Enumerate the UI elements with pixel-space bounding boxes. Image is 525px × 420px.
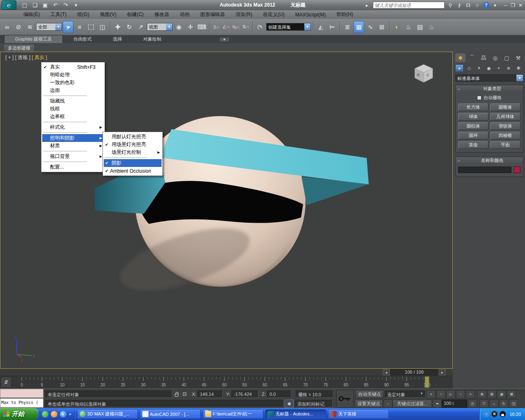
auto-key-button[interactable]: 自动关键点: [356, 390, 383, 398]
context-menu-item[interactable]: [42, 94, 104, 97]
mirror-icon[interactable]: [315, 21, 326, 33]
systems-category-icon[interactable]: [514, 64, 523, 72]
new-file-icon[interactable]: [21, 2, 29, 9]
context-menu-item[interactable]: 边面: [42, 87, 104, 94]
viewport-menu-plus[interactable]: [ + ]: [5, 55, 14, 60]
submenu-item[interactable]: 阴影: [104, 159, 162, 167]
tray-qq-penguin-icon[interactable]: [500, 411, 506, 417]
context-menu-item[interactable]: 线框: [42, 105, 104, 113]
spinner-snap-toggle-icon[interactable]: [241, 21, 250, 33]
start-button[interactable]: 开始: [0, 408, 39, 420]
ribbon-tab[interactable]: 自由形式: [63, 35, 102, 43]
search-icon[interactable]: [447, 2, 454, 8]
select-and-rotate-icon[interactable]: [124, 21, 135, 33]
rendered-frame-window-icon[interactable]: [415, 21, 425, 33]
polygon-modeling-panel-tab[interactable]: 多边形建模: [3, 44, 35, 52]
context-menu-item[interactable]: 边界框: [42, 113, 104, 121]
communication-center-icon[interactable]: [465, 2, 472, 8]
context-menu-item[interactable]: 样式化: [42, 123, 104, 131]
field-of-view-icon[interactable]: [479, 399, 488, 408]
ribbon-minimize-dropdown-icon[interactable]: [219, 37, 230, 42]
primitive-button[interactable]: 圆锥体: [490, 103, 520, 111]
orbit-view-icon[interactable]: [499, 399, 508, 408]
track-bar[interactable]: 0510152025303540455055606570758085909510…: [0, 376, 453, 388]
render-setup-icon[interactable]: [403, 21, 414, 33]
utilities-tab-icon[interactable]: [513, 53, 523, 62]
primitive-button[interactable]: 圆环: [458, 132, 488, 139]
context-menu-item[interactable]: [42, 131, 104, 134]
time-configuration-icon[interactable]: [468, 399, 477, 408]
select-and-link-icon[interactable]: [2, 21, 12, 33]
taskbar-task-button[interactable]: 3D MAX 建模问题_...: [77, 409, 138, 419]
absolute-offset-toggle-icon[interactable]: [180, 390, 189, 398]
menu-item[interactable]: 修改器: [149, 10, 174, 19]
next-frame-button[interactable]: [456, 390, 465, 398]
tray-k-app-icon[interactable]: K: [491, 411, 498, 417]
previous-frame-button[interactable]: [436, 390, 445, 398]
search-input[interactable]: [373, 2, 445, 9]
quick-launch-browser-icon[interactable]: [42, 411, 48, 418]
window-crossing-toggle-icon[interactable]: [97, 21, 108, 33]
edit-named-selection-sets-icon[interactable]: [255, 21, 265, 33]
primitive-category-dropdown[interactable]: 标准基本体: [455, 74, 523, 82]
bind-to-space-warp-icon[interactable]: [25, 21, 35, 33]
context-menu-item[interactable]: 真实 Shift+F3: [42, 63, 104, 71]
zoom-tool-icon[interactable]: [477, 390, 486, 398]
primitive-button[interactable]: 圆柱体: [458, 122, 488, 130]
menu-item[interactable]: 编辑(E): [18, 10, 45, 19]
context-menu-item[interactable]: [42, 150, 104, 153]
unlink-selection-icon[interactable]: [13, 21, 24, 33]
menu-item[interactable]: 组(G): [72, 10, 94, 19]
viewport-menu-view[interactable]: [ 透视 ]: [15, 55, 30, 60]
add-time-tag-field[interactable]: 添加时间标记: [295, 400, 333, 407]
undo-icon[interactable]: [51, 2, 59, 9]
helpers-category-icon[interactable]: [495, 64, 503, 72]
menu-item[interactable]: 动画: [174, 10, 195, 19]
application-menu-button[interactable]: ℮: [2, 0, 16, 10]
go-to-end-button[interactable]: [466, 390, 475, 398]
align-icon[interactable]: [327, 21, 338, 33]
zoom-extents-icon[interactable]: [497, 390, 506, 398]
hierarchy-tab-icon[interactable]: [478, 53, 488, 62]
submenu-item[interactable]: 用默认灯光照亮: [104, 133, 162, 141]
geometry-category-icon[interactable]: [455, 64, 463, 72]
save-file-icon[interactable]: [41, 2, 49, 9]
taskbar-task-button[interactable]: 无标题 - Autodes...: [265, 409, 326, 419]
menu-item[interactable]: 自定义(U): [258, 10, 290, 19]
context-menu-item[interactable]: 材质: [42, 142, 104, 150]
menu-item[interactable]: 工具(T): [45, 10, 72, 19]
isolate-selection-icon[interactable]: [285, 399, 294, 408]
submenu-item[interactable]: Ambient Occlusion: [104, 167, 162, 175]
quick-launch-media-icon[interactable]: [51, 411, 57, 418]
menu-item[interactable]: 渲染(R): [230, 10, 258, 19]
help-dropdown-icon[interactable]: [492, 2, 498, 8]
menu-item[interactable]: 创建(C): [122, 10, 149, 19]
object-name-field[interactable]: [458, 167, 511, 173]
primitive-button[interactable]: 平面: [490, 141, 520, 149]
primitive-button[interactable]: 茶壶: [458, 141, 488, 149]
qat-dropdown-icon[interactable]: [72, 2, 80, 9]
modify-tab-icon[interactable]: [467, 53, 477, 62]
context-menu-item[interactable]: 照明和阴影: [42, 134, 104, 142]
zoom-all-icon[interactable]: [487, 390, 496, 398]
name-color-rollout-header[interactable]: − 名称和颜色: [456, 157, 523, 164]
infocenter-arrow-icon[interactable]: [364, 2, 370, 8]
help-icon[interactable]: ?: [483, 2, 489, 8]
motion-tab-icon[interactable]: [490, 53, 500, 62]
submenu-item[interactable]: 用场景灯光照亮: [104, 141, 162, 148]
x-coordinate-field[interactable]: 149.14: [197, 390, 223, 398]
material-editor-icon[interactable]: [392, 21, 402, 33]
current-frame-field[interactable]: 100▲▼: [442, 399, 467, 408]
selection-lock-icon[interactable]: [172, 390, 180, 398]
select-object-button[interactable]: [63, 21, 73, 33]
key-mode-toggle-icon[interactable]: [433, 399, 442, 408]
submenu-item[interactable]: [104, 156, 162, 159]
named-selection-sets-dropdown[interactable]: 创建选择集: [266, 23, 311, 31]
curve-editor-icon[interactable]: [365, 21, 376, 33]
menu-item[interactable]: 图形编辑器: [195, 10, 230, 19]
select-by-name-icon[interactable]: [74, 21, 85, 33]
time-slider-handle[interactable]: 100 / 100: [383, 369, 446, 375]
viewport-menu-shading[interactable]: [ 真实 ]: [32, 55, 47, 60]
menu-item[interactable]: MAXScript(M): [290, 11, 331, 18]
tray-collapse-chevron-icon[interactable]: [483, 411, 489, 417]
